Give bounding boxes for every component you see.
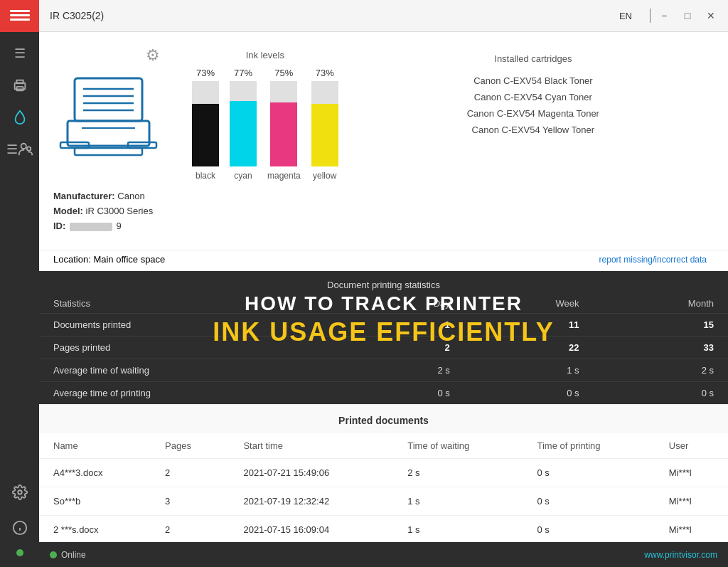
docs-col-name: Name xyxy=(39,433,151,459)
docs-col-pages: Pages xyxy=(151,433,229,459)
sidebar-item-print[interactable] xyxy=(6,71,34,100)
svg-rect-18 xyxy=(75,148,142,155)
bottom-online-label: Online xyxy=(61,550,86,560)
doc-waiting-1: 1 s xyxy=(393,487,523,516)
bottom-online-dot xyxy=(50,551,57,558)
printer-illustration xyxy=(53,50,171,162)
close-button[interactable]: ✕ xyxy=(705,9,717,22)
svg-point-4 xyxy=(26,147,31,151)
model-label: Model: xyxy=(53,206,83,216)
docs-col-printing: Time of printing xyxy=(523,433,654,459)
cartridge-item-0: Canon C-EXV54 Black Toner xyxy=(360,73,707,89)
cartridges-title: Installed cartridges xyxy=(360,53,707,64)
doc-row-2: 2 ***s.docx 2 2021-07-15 16:09:04 1 s 0 … xyxy=(39,516,728,543)
ink-percent-cyan: 77% xyxy=(234,68,252,78)
cartridge-item-1: Canon C-EXV54 Cyan Toner xyxy=(360,89,707,105)
location-field: Location: Main office space xyxy=(53,254,165,265)
id-label: ID: xyxy=(53,221,65,231)
docs-col-waiting: Time of waiting xyxy=(393,433,523,459)
manufacturer-value: Canon xyxy=(117,191,144,201)
window-title: IR C3025(2) xyxy=(50,10,619,21)
ink-bar-wrapper-black xyxy=(192,81,219,166)
stats-day-avg-waiting: 2 s xyxy=(353,359,464,382)
doc-waiting-2: 1 s xyxy=(393,516,523,543)
doc-printing-0: 0 s xyxy=(523,459,654,487)
bottom-bar: Online www.printvisor.com xyxy=(39,542,728,567)
ink-bar-fill-black xyxy=(192,104,219,166)
stats-row-avg-printing: Average time of printing 0 s 0 s 0 s xyxy=(39,382,728,405)
documents-title: Printed documents xyxy=(39,404,728,433)
location-label: Location: xyxy=(53,254,91,265)
bottom-online-status: Online xyxy=(50,550,86,560)
report-link[interactable]: report missing/incorrect data xyxy=(599,255,707,265)
sidebar: ☰ ☰ xyxy=(0,0,39,567)
stats-week-pages-printed: 22 xyxy=(464,337,594,359)
stats-week-avg-waiting: 1 s xyxy=(464,359,594,382)
stats-col-month: Month xyxy=(593,294,728,314)
language-selector[interactable]: EN xyxy=(619,11,632,21)
statistics-title: Document printing statistics xyxy=(39,271,728,294)
gear-icon[interactable]: ⚙ xyxy=(146,46,160,65)
ink-label-black: black xyxy=(196,171,215,181)
cartridges-section: Installed cartridges Canon C-EXV54 Black… xyxy=(360,46,707,235)
online-dot xyxy=(16,549,23,556)
info-icon[interactable] xyxy=(6,514,34,542)
stats-label-pages-printed: Pages printed xyxy=(39,337,353,359)
doc-printing-1: 0 s xyxy=(523,487,654,516)
ink-percent-black: 73% xyxy=(196,68,215,78)
cartridge-item-3: Canon C-EXV54 Yellow Toner xyxy=(360,122,707,138)
svg-rect-1 xyxy=(16,80,23,84)
ink-section-title: Ink levels xyxy=(246,50,284,60)
ink-percent-yellow: 73% xyxy=(316,68,334,78)
ink-label-cyan: cyan xyxy=(234,171,252,181)
docs-header-row: Name Pages Start time Time of waiting Ti… xyxy=(39,433,728,459)
stats-day-pages-printed: 2 xyxy=(353,337,464,359)
stats-day-avg-printing: 0 s xyxy=(353,382,464,405)
stats-month-documents-printed: 15 xyxy=(593,314,728,337)
ink-percent-magenta: 75% xyxy=(274,68,293,78)
stats-day-documents-printed: 1 xyxy=(353,314,464,337)
location-row: Location: Main office space report missi… xyxy=(39,250,728,271)
ink-bar-magenta: 75% magenta xyxy=(267,68,301,181)
statistics-table: Statistics Day Week Month Documents prin… xyxy=(39,294,728,404)
location-value: Main office space xyxy=(93,254,165,265)
doc-name-2: 2 ***s.docx xyxy=(39,516,151,543)
footer-link[interactable]: www.printvisor.com xyxy=(644,550,717,560)
content-area: ⚙ xyxy=(39,32,728,542)
sidebar-item-users[interactable]: ☰ xyxy=(6,135,34,164)
printer-graphic-column: ⚙ xyxy=(53,46,171,235)
doc-user-1: Mi***l xyxy=(655,487,728,516)
stats-col-week: Week xyxy=(464,294,594,314)
documents-table: Name Pages Start time Time of waiting Ti… xyxy=(39,433,728,542)
doc-user-2: Mi***l xyxy=(655,516,728,543)
stats-col-statistics: Statistics xyxy=(39,294,353,314)
svg-rect-9 xyxy=(75,78,142,121)
doc-start-0: 2021-07-21 15:49:06 xyxy=(229,459,393,487)
manufacturer-label: Manufacturer: xyxy=(53,191,115,201)
printer-details: Manufacturer: Canon Model: iR C3000 Seri… xyxy=(53,162,196,231)
doc-waiting-0: 2 s xyxy=(393,459,523,487)
model-value: iR C3000 Series xyxy=(86,206,154,216)
ink-bar-fill-magenta xyxy=(270,102,297,166)
window-controls: − □ ✕ xyxy=(658,9,717,22)
ink-bar-wrapper-magenta xyxy=(270,81,297,166)
doc-printing-2: 0 s xyxy=(523,516,654,543)
ink-bar-wrapper-cyan xyxy=(230,81,257,166)
sidebar-item-ink[interactable] xyxy=(6,103,34,132)
doc-user-0: Mi***l xyxy=(655,459,728,487)
stats-row-avg-waiting: Average time of waiting 2 s 1 s 2 s xyxy=(39,359,728,382)
id-value: 9 xyxy=(117,221,122,231)
docs-col-start: Start time xyxy=(229,433,393,459)
stats-col-day: Day xyxy=(353,294,464,314)
stats-header-row: Statistics Day Week Month xyxy=(39,294,728,314)
doc-pages-2: 2 xyxy=(151,516,229,543)
settings-icon[interactable] xyxy=(6,478,34,507)
svg-point-3 xyxy=(21,144,26,149)
maximize-button[interactable]: □ xyxy=(681,9,694,22)
id-masked xyxy=(70,223,112,231)
printer-info-section: ⚙ xyxy=(39,32,728,250)
titlebar: IR C3025(2) EN − □ ✕ xyxy=(39,0,728,32)
sidebar-item-menu[interactable]: ☰ xyxy=(6,39,34,68)
ink-bar-cyan: 77% cyan xyxy=(230,68,257,181)
minimize-button[interactable]: − xyxy=(658,9,670,22)
